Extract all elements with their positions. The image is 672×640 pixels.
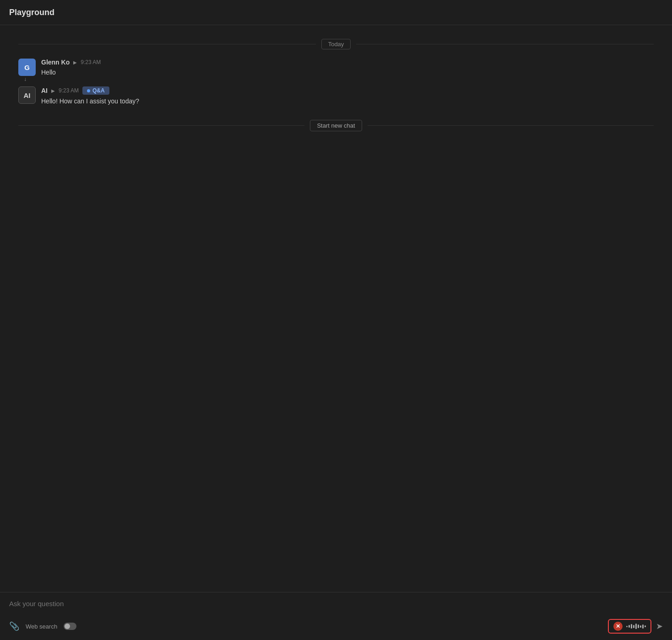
header: Playground xyxy=(0,0,672,25)
audio-bar xyxy=(640,625,641,628)
qa-badge: Q&A xyxy=(82,86,109,95)
toolbar-left: 📎 Web search xyxy=(9,621,76,631)
audio-waveform xyxy=(626,622,646,631)
audio-bar xyxy=(638,624,639,628)
audio-bar xyxy=(629,625,630,628)
web-search-toggle[interactable] xyxy=(64,623,76,630)
toolbar-right: ✕ ➤ xyxy=(608,619,663,634)
cancel-icon: ✕ xyxy=(616,623,620,629)
send-icon: ➤ xyxy=(656,621,663,631)
avatar-user: G xyxy=(18,59,36,76)
message-text-user: Hello xyxy=(41,68,101,77)
page-title: Playground xyxy=(9,8,54,17)
chat-area: Today G Glenn Ko ▶ 9:23 AM Hello ↓ AI AI… xyxy=(0,25,672,592)
input-area: 📎 Web search ✕ ➤ xyxy=(0,592,672,640)
toggle-knob xyxy=(65,624,70,629)
message-time-user: 9:23 AM xyxy=(81,59,101,65)
table-row: AI AI ▶ 9:23 AM Q&A Hello! How can I ass… xyxy=(18,86,654,106)
audio-bar xyxy=(633,625,634,628)
play-icon-ai[interactable]: ▶ xyxy=(51,88,55,93)
audio-bar xyxy=(642,624,644,629)
new-chat-line-right xyxy=(368,125,654,126)
message-content-user: Glenn Ko ▶ 9:23 AM Hello xyxy=(41,59,101,77)
divider-line-right xyxy=(356,44,654,44)
audio-recording-container: ✕ xyxy=(608,619,651,634)
message-meta-ai: AI ▶ 9:23 AM Q&A xyxy=(41,86,139,95)
date-divider: Today xyxy=(18,39,654,49)
message-meta-user: Glenn Ko ▶ 9:23 AM xyxy=(41,59,101,66)
cancel-recording-button[interactable]: ✕ xyxy=(613,622,623,631)
divider-line-left xyxy=(18,44,316,44)
attach-icon[interactable]: 📎 xyxy=(9,621,19,631)
audio-bar xyxy=(645,625,646,627)
audio-bar xyxy=(635,624,637,629)
message-text-ai: Hello! How can I assist you today? xyxy=(41,97,139,106)
audio-bar xyxy=(626,626,628,627)
new-chat-line-left xyxy=(18,125,304,126)
new-chat-divider: Start new chat xyxy=(18,120,654,131)
table-row: G Glenn Ko ▶ 9:23 AM Hello ↓ xyxy=(18,59,654,77)
input-toolbar: 📎 Web search ✕ ➤ xyxy=(9,619,663,634)
date-label: Today xyxy=(321,39,351,49)
play-icon-user[interactable]: ▶ xyxy=(73,60,77,65)
qa-dot xyxy=(87,89,90,92)
message-content-ai: AI ▶ 9:23 AM Q&A Hello! How can I assist… xyxy=(41,86,139,106)
start-new-chat-button[interactable]: Start new chat xyxy=(310,120,362,131)
avatar-ai: AI xyxy=(18,86,36,104)
qa-label: Q&A xyxy=(92,87,105,94)
sender-name-user: Glenn Ko xyxy=(41,59,70,66)
message-time-ai: 9:23 AM xyxy=(59,87,79,94)
audio-bar xyxy=(631,624,632,629)
down-arrow-icon: ↓ xyxy=(24,76,27,82)
web-search-label: Web search xyxy=(26,623,57,630)
sender-name-ai: AI xyxy=(41,87,48,94)
chat-input[interactable] xyxy=(9,600,663,611)
send-button[interactable]: ➤ xyxy=(656,621,663,631)
